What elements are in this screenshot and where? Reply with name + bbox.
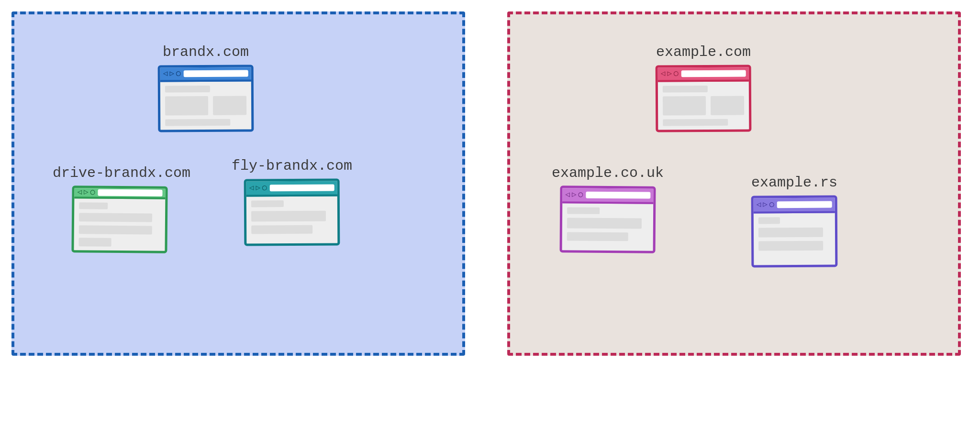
reload-icon: ◯ [90, 188, 95, 196]
forward-icon: ▷ [84, 188, 89, 196]
back-icon: ◁ [757, 201, 761, 208]
browser-body [562, 203, 654, 251]
reload-icon: ◯ [262, 184, 267, 192]
nav-icons: ◁ ▷ ◯ [249, 184, 267, 192]
site-drive-brandx: drive-brandx.com ◁ ▷ ◯ [53, 165, 187, 253]
browser-body [754, 213, 835, 265]
browser-window-icon: ◁ ▷ ◯ [158, 65, 254, 132]
reload-icon: ◯ [769, 201, 774, 208]
browser-toolbar: ◁ ▷ ◯ [246, 181, 337, 197]
address-bar [586, 192, 650, 199]
forward-icon: ▷ [667, 70, 672, 77]
browser-toolbar: ◁ ▷ ◯ [74, 188, 165, 199]
reload-icon: ◯ [674, 70, 679, 77]
address-bar [184, 70, 248, 77]
site-label: fly-brandx.com [230, 158, 354, 174]
browser-window-icon: ◁ ▷ ◯ [71, 186, 167, 253]
nav-icons: ◁ ▷ ◯ [77, 188, 95, 196]
nav-icons: ◁ ▷ ◯ [163, 70, 181, 77]
browser-window-icon: ◁ ▷ ◯ [656, 65, 752, 132]
browser-window-icon: ◁ ▷ ◯ [244, 178, 340, 246]
browser-body [246, 197, 338, 244]
site-brandx: brandx.com ◁ ▷ ◯ [144, 44, 268, 132]
site-label: drive-brandx.com [53, 165, 187, 181]
browser-body [74, 198, 165, 251]
browser-window-icon: ◁ ▷ ◯ [560, 186, 656, 253]
nav-icons: ◁ ▷ ◯ [661, 70, 679, 77]
back-icon: ◁ [249, 184, 254, 192]
site-example-rs: example.rs ◁ ▷ ◯ [737, 175, 852, 267]
nav-icons: ◁ ▷ ◯ [757, 201, 774, 208]
back-icon: ◁ [163, 70, 168, 77]
diagram-canvas: brandx.com ◁ ▷ ◯ drive-brandx.com [0, 0, 980, 426]
browser-toolbar: ◁ ▷ ◯ [562, 188, 653, 204]
address-bar [681, 70, 746, 77]
site-label: example.rs [737, 175, 852, 191]
browser-toolbar: ◁ ▷ ◯ [160, 67, 251, 82]
forward-icon: ▷ [256, 184, 260, 192]
site-fly-brandx: fly-brandx.com ◁ ▷ ◯ [230, 158, 354, 246]
back-icon: ◁ [565, 191, 570, 198]
browser-toolbar: ◁ ▷ ◯ [754, 198, 835, 214]
address-bar [777, 201, 832, 208]
back-icon: ◁ [661, 70, 666, 77]
address-bar [270, 185, 334, 192]
site-example-co-uk: example.co.uk ◁ ▷ ◯ [546, 165, 670, 253]
browser-body [658, 82, 749, 130]
forward-icon: ▷ [763, 201, 768, 208]
site-example-com: example.com ◁ ▷ ◯ [641, 44, 766, 132]
nav-icons: ◁ ▷ ◯ [565, 191, 583, 198]
forward-icon: ▷ [169, 70, 174, 77]
reload-icon: ◯ [579, 191, 583, 199]
reload-icon: ◯ [176, 70, 181, 77]
back-icon: ◁ [77, 188, 82, 196]
browser-body [160, 82, 252, 130]
browser-window-icon: ◁ ▷ ◯ [751, 196, 838, 268]
forward-icon: ▷ [572, 191, 577, 198]
browser-toolbar: ◁ ▷ ◯ [658, 67, 749, 82]
site-label: example.co.uk [546, 165, 670, 181]
site-label: example.com [641, 44, 766, 60]
site-label: brandx.com [144, 44, 268, 60]
address-bar [98, 189, 162, 197]
